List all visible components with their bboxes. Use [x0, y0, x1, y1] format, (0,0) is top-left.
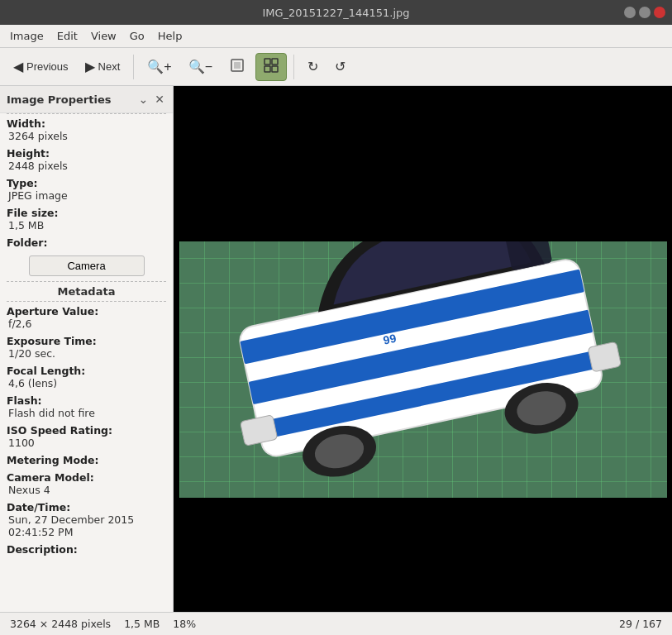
statusbar-dimensions: 3264 × 2448 pixels [10, 618, 111, 630]
zoom-fit-icon [229, 57, 245, 77]
metering-label: Metering Mode: [7, 454, 166, 466]
zoom-100-button[interactable] [255, 53, 287, 81]
metadata-header: Metadata [0, 282, 173, 301]
prop-focal: Focal Length: 4,6 (lens) [0, 361, 173, 391]
prop-metering: Metering Mode: [0, 451, 173, 468]
flash-label: Flash: [7, 394, 166, 407]
next-button[interactable]: ▶ Next [79, 55, 127, 78]
image-area[interactable]: 99 [174, 86, 672, 612]
statusbar-filesize: 1,5 MB [124, 618, 160, 630]
sidebar-close-icon[interactable]: ✕ [153, 91, 166, 107]
svg-rect-12 [588, 341, 621, 372]
window-controls [624, 7, 665, 18]
statusbar-left: 3264 × 2448 pixels 1,5 MB 18% [10, 618, 196, 630]
prop-filesize: File size: 1,5 MB [0, 203, 173, 233]
zoom-in-icon: 🔍+ [147, 59, 171, 74]
aperture-label: Aperture Value: [7, 305, 166, 318]
toolbar-separator-1 [133, 55, 134, 79]
folder-label: Folder: [7, 236, 166, 249]
camera-label: Camera Model: [7, 471, 166, 484]
iso-label: ISO Speed Rating: [7, 424, 166, 437]
zoom-fit-button[interactable] [222, 54, 252, 80]
top-bar [179, 159, 667, 241]
folder-button[interactable]: Camera [29, 255, 145, 276]
focal-value: 4,6 (lens) [7, 377, 166, 389]
prev-label: Previous [26, 60, 69, 73]
prop-exposure: Exposure Time: 1/20 sec. [0, 332, 173, 361]
menu-go[interactable]: Go [123, 27, 151, 45]
prop-desc: Description: [0, 540, 173, 557]
type-value: JPEG image [7, 189, 166, 202]
sidebar: Image Properties ⌄ ✕ Width: 3264 pixels … [0, 86, 174, 612]
statusbar-zoom: 18% [173, 618, 196, 630]
rotate-left-button[interactable]: ↻ [301, 55, 325, 78]
type-label: Type: [7, 177, 166, 189]
sidebar-collapse-icon[interactable]: ⌄ [137, 91, 150, 107]
exposure-label: Exposure Time: [7, 335, 166, 347]
rotate-right-button[interactable]: ↺ [328, 55, 352, 78]
iso-value: 1100 [7, 437, 166, 449]
menu-view[interactable]: View [84, 27, 123, 45]
svg-rect-2 [265, 59, 270, 64]
sidebar-header: Image Properties ⌄ ✕ [0, 86, 173, 113]
height-label: Height: [7, 147, 166, 160]
close-button[interactable] [654, 7, 665, 18]
datetime-value: Sun, 27 December 2015 [7, 513, 166, 526]
prop-aperture: Aperture Value: f/2,6 [0, 302, 173, 332]
filesize-value: 1,5 MB [7, 219, 166, 232]
sidebar-header-icons: ⌄ ✕ [137, 91, 166, 107]
zoom-100-icon [263, 57, 279, 77]
svg-rect-4 [265, 66, 270, 72]
desc-label: Description: [7, 543, 166, 556]
rotate-left-icon: ↻ [307, 59, 318, 74]
prev-arrow-icon: ◀ [13, 59, 23, 74]
width-label: Width: [7, 117, 166, 130]
menu-image[interactable]: Image [3, 27, 50, 45]
width-value: 3264 pixels [7, 130, 166, 142]
minimize-button[interactable] [624, 7, 636, 18]
maximize-button[interactable] [639, 7, 651, 18]
filesize-label: File size: [7, 207, 166, 219]
flash-value: Flash did not fire [7, 407, 166, 419]
prev-button[interactable]: ◀ Previous [7, 55, 75, 78]
prop-datetime: Date/Time: Sun, 27 December 2015 02:41:5… [0, 498, 173, 540]
bottom-bar [179, 498, 667, 539]
main-area: Image Properties ⌄ ✕ Width: 3264 pixels … [0, 86, 672, 612]
zoom-out-button[interactable]: 🔍− [182, 55, 219, 78]
statusbar-page-info: 29 / 167 [619, 618, 662, 630]
prop-flash: Flash: Flash did not fire [0, 391, 173, 421]
prop-folder: Folder: [0, 233, 173, 251]
menu-help[interactable]: Help [151, 27, 189, 45]
window-title: IMG_20151227_144151.jpg [262, 7, 409, 19]
next-label: Next [98, 60, 121, 73]
aperture-value: f/2,6 [7, 318, 166, 330]
datetime-label: Date/Time: [7, 501, 166, 513]
rotate-right-icon: ↺ [335, 59, 346, 74]
svg-rect-5 [272, 66, 278, 72]
menubar: Image Edit View Go Help [0, 25, 672, 48]
prop-width: Width: 3264 pixels [0, 114, 173, 144]
sidebar-title: Image Properties [7, 93, 111, 106]
prop-iso: ISO Speed Rating: 1100 [0, 421, 173, 451]
next-arrow-icon: ▶ [85, 59, 95, 74]
focal-label: Focal Length: [7, 365, 166, 377]
camera-value: Nexus 4 [7, 484, 166, 496]
svg-rect-1 [234, 62, 241, 69]
prop-camera: Camera Model: Nexus 4 [0, 468, 173, 498]
menu-edit[interactable]: Edit [50, 27, 84, 45]
zoom-in-button[interactable]: 🔍+ [141, 55, 178, 78]
zoom-out-icon: 🔍− [188, 59, 212, 74]
prop-type: Type: JPEG image [0, 174, 173, 203]
exposure-value: 1/20 sec. [7, 347, 166, 360]
datetime-value2: 02:41:52 PM [7, 526, 166, 538]
titlebar: IMG_20151227_144151.jpg [0, 0, 672, 25]
photo-display: 99 [179, 159, 667, 539]
toolbar: ◀ Previous ▶ Next 🔍+ 🔍− ↻ [0, 48, 672, 86]
svg-rect-3 [272, 59, 278, 64]
height-value: 2448 pixels [7, 160, 166, 172]
toolbar-separator-2 [293, 55, 294, 79]
prop-height: Height: 2448 pixels [0, 144, 173, 174]
statusbar: 3264 × 2448 pixels 1,5 MB 18% 29 / 167 [0, 612, 672, 635]
